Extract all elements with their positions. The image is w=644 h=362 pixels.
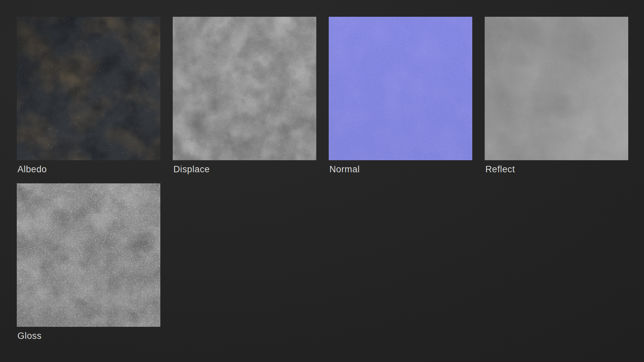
texture-thumbnail[interactable]: [173, 17, 316, 160]
texture-image: [17, 183, 160, 327]
texture-image: [485, 17, 628, 160]
texture-label-normal: Normal: [329, 164, 472, 174]
texture-image: [329, 17, 472, 160]
texture-tile-displace[interactable]: Displace: [173, 17, 316, 183]
texture-tile-reflect[interactable]: Reflect: [485, 17, 628, 183]
texture-thumbnail[interactable]: [485, 17, 628, 160]
texture-label-gloss: Gloss: [17, 331, 160, 341]
texture-thumbnail[interactable]: [17, 183, 160, 327]
texture-label-reflect: Reflect: [485, 164, 628, 174]
texture-tile-gloss[interactable]: Gloss: [17, 183, 160, 350]
texture-tile-albedo[interactable]: Albedo: [17, 17, 160, 183]
texture-thumbnail[interactable]: [17, 17, 160, 160]
texture-image: [17, 17, 160, 160]
texture-label-albedo: Albedo: [17, 164, 160, 174]
texture-thumbnail[interactable]: [329, 17, 472, 160]
texture-map-grid: Albedo Displace Normal Reflect: [17, 17, 629, 350]
texture-tile-normal[interactable]: Normal: [329, 17, 472, 183]
texture-image: [173, 17, 316, 160]
texture-label-displace: Displace: [173, 164, 316, 174]
